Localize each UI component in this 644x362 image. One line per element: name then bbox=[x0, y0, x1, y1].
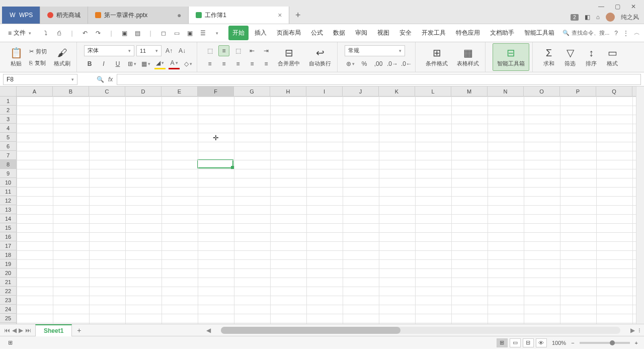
column-header[interactable]: L bbox=[415, 86, 451, 96]
command-search[interactable]: 🔍 查找命令、搜... bbox=[562, 29, 609, 37]
column-header[interactable]: H bbox=[270, 86, 306, 96]
qat-icon[interactable]: ▣ bbox=[120, 29, 129, 38]
tab-doc-helper[interactable]: 文档助手 bbox=[486, 26, 518, 40]
notification-badge[interactable]: 2 bbox=[571, 14, 579, 21]
zoom-fx-icon[interactable]: 🔍 bbox=[97, 76, 104, 83]
row-header[interactable]: 2 bbox=[0, 106, 16, 115]
sheet-nav-prev-icon[interactable]: ◀ bbox=[12, 327, 17, 334]
row-header[interactable]: 3 bbox=[0, 115, 16, 124]
format-painter-button[interactable]: 🖌 格式刷 bbox=[51, 45, 73, 69]
collapse-ribbon-icon[interactable]: ︿ bbox=[634, 29, 640, 37]
sheet-nav-last-icon[interactable]: ⏭ bbox=[25, 327, 31, 334]
align-right-icon[interactable]: ≡ bbox=[232, 58, 244, 69]
selected-cell[interactable] bbox=[197, 159, 233, 168]
tab-insert[interactable]: 插入 bbox=[251, 26, 271, 40]
font-name-select[interactable]: 宋体▾ bbox=[84, 45, 134, 56]
redo-icon[interactable]: ↷ bbox=[94, 29, 103, 38]
sort-button[interactable]: ↕ 排序 bbox=[582, 45, 600, 69]
tab-special-apps[interactable]: 特色应用 bbox=[452, 26, 484, 40]
split-icon[interactable]: ⫶ bbox=[638, 327, 641, 334]
apps-icon[interactable]: ⌂ bbox=[596, 14, 600, 21]
row-header[interactable]: 11 bbox=[0, 187, 16, 196]
cell-style-button[interactable]: ▦▾ bbox=[140, 58, 151, 69]
view-normal-button[interactable]: ⊞ bbox=[497, 338, 508, 347]
row-header[interactable]: 13 bbox=[0, 205, 16, 214]
wrap-text-button[interactable]: ↩ 自动换行 bbox=[306, 45, 334, 69]
app-tab-wps[interactable]: W WPS bbox=[2, 7, 40, 24]
row-header[interactable]: 21 bbox=[0, 278, 16, 287]
column-header[interactable]: C bbox=[89, 86, 125, 96]
smart-toolbox-button[interactable]: ⊟ 智能工具箱 bbox=[493, 43, 529, 71]
fill-color-button[interactable]: ◢▾ bbox=[154, 58, 166, 69]
tab-review[interactable]: 审阅 bbox=[351, 26, 371, 40]
horizontal-scrollbar[interactable] bbox=[221, 327, 620, 334]
close-icon[interactable]: ● bbox=[177, 11, 181, 19]
row-header[interactable]: 5 bbox=[0, 133, 16, 142]
paste-button[interactable]: 📋 粘贴 bbox=[7, 45, 25, 69]
cells-area[interactable]: ✛ bbox=[17, 97, 636, 324]
zoom-thumb[interactable] bbox=[610, 340, 615, 345]
sheet-nav-first-icon[interactable]: ⏮ bbox=[4, 327, 10, 334]
save-icon[interactable]: ⤵ bbox=[41, 29, 50, 38]
row-header[interactable]: 20 bbox=[0, 268, 16, 278]
qat-icon[interactable]: ☰ bbox=[198, 29, 207, 38]
tab-store[interactable]: 稻壳商城 bbox=[40, 7, 88, 24]
skin-icon[interactable]: ◧ bbox=[585, 14, 590, 21]
row-header[interactable]: 10 bbox=[0, 178, 16, 187]
qat-icon[interactable]: ▤ bbox=[133, 29, 142, 38]
align-center-icon[interactable]: ≡ bbox=[218, 58, 229, 69]
zoom-percent[interactable]: 100% bbox=[552, 340, 566, 346]
table-style-button[interactable]: ▦ 表格样式 bbox=[454, 45, 482, 69]
column-header[interactable]: M bbox=[451, 86, 488, 96]
align-bottom-icon[interactable]: ⬚ bbox=[232, 45, 244, 56]
column-header[interactable]: P bbox=[560, 86, 596, 96]
underline-button[interactable]: U bbox=[112, 58, 123, 69]
row-header[interactable]: 1 bbox=[0, 97, 16, 106]
row-header[interactable]: 22 bbox=[0, 287, 16, 296]
row-header[interactable]: 17 bbox=[0, 241, 16, 250]
status-icon[interactable]: ⊞ bbox=[8, 339, 13, 346]
row-header[interactable]: 12 bbox=[0, 196, 16, 205]
conditional-format-button[interactable]: ⊞ 条件格式 bbox=[423, 45, 451, 69]
align-justify-icon[interactable]: ≡ bbox=[247, 58, 258, 69]
zoom-slider[interactable] bbox=[580, 342, 630, 344]
zoom-out-button[interactable]: − bbox=[571, 340, 574, 346]
file-menu[interactable]: ≡ 文件 ▾ bbox=[4, 27, 35, 39]
decrease-font-icon[interactable]: A↓ bbox=[177, 45, 188, 56]
column-header[interactable]: J bbox=[343, 86, 379, 96]
border-button[interactable]: ⊞▾ bbox=[126, 58, 137, 69]
column-header[interactable]: D bbox=[125, 86, 162, 96]
align-middle-icon[interactable]: ≡ bbox=[218, 45, 229, 56]
fx-label[interactable]: fx bbox=[108, 76, 113, 83]
align-left-icon[interactable]: ≡ bbox=[204, 58, 215, 69]
add-sheet-button[interactable]: + bbox=[72, 326, 86, 334]
number-format-select[interactable]: 常规▾ bbox=[345, 45, 405, 56]
qat-icon[interactable]: ▣ bbox=[185, 29, 194, 38]
tab-ppt-document[interactable]: 第一章课件.pptx ● bbox=[88, 7, 189, 24]
column-header[interactable]: Q bbox=[596, 86, 632, 96]
row-header[interactable]: 19 bbox=[0, 259, 16, 268]
column-header[interactable]: K bbox=[379, 86, 415, 96]
scrollbar-thumb[interactable] bbox=[221, 327, 400, 334]
qat-icon[interactable]: ▭ bbox=[172, 29, 181, 38]
tab-data[interactable]: 数据 bbox=[329, 26, 349, 40]
minimize-button[interactable]: — bbox=[598, 3, 605, 10]
view-page-button[interactable]: ▭ bbox=[510, 338, 521, 347]
new-tab-button[interactable]: + bbox=[289, 7, 306, 24]
tab-formula[interactable]: 公式 bbox=[307, 26, 327, 40]
indent-decrease-icon[interactable]: ⇤ bbox=[247, 45, 258, 56]
column-header[interactable]: N bbox=[488, 86, 524, 96]
maximize-button[interactable]: ▢ bbox=[614, 3, 621, 10]
column-header[interactable]: E bbox=[162, 86, 198, 96]
select-all-corner[interactable] bbox=[0, 86, 17, 97]
tab-view[interactable]: 视图 bbox=[373, 26, 393, 40]
row-header[interactable]: 18 bbox=[0, 250, 16, 259]
row-header[interactable]: 16 bbox=[0, 232, 16, 241]
help-icon[interactable]: ? bbox=[614, 30, 618, 37]
font-size-select[interactable]: 11▾ bbox=[136, 45, 162, 56]
column-header[interactable]: O bbox=[524, 86, 560, 96]
tab-developer[interactable]: 开发工具 bbox=[418, 26, 450, 40]
scroll-right-icon[interactable]: ▶ bbox=[630, 327, 635, 334]
bold-button[interactable]: B bbox=[84, 58, 95, 69]
zoom-in-button[interactable]: + bbox=[635, 340, 638, 346]
